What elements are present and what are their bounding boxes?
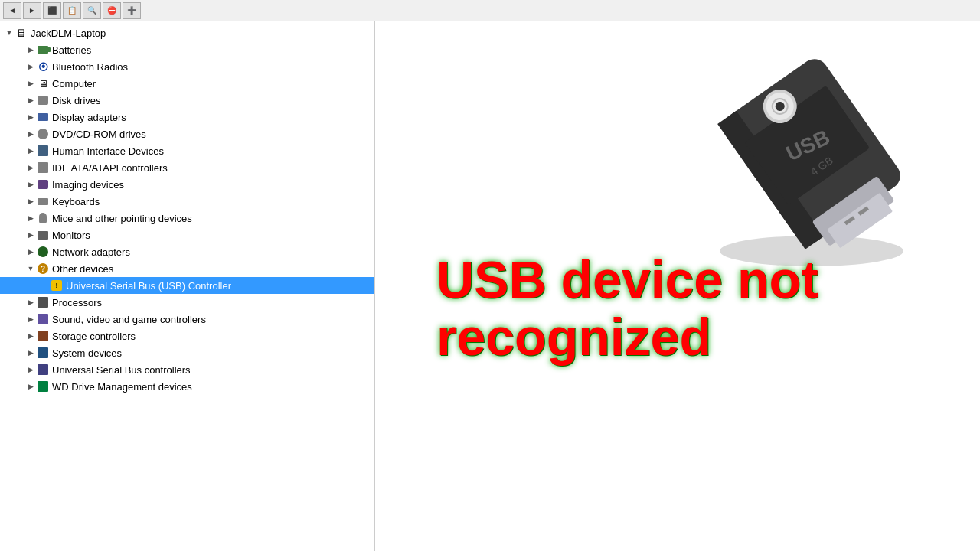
label-netadapters: Network adapters [52,246,130,258]
toolbar-btn-uninstall[interactable]: ➕ [122,2,141,19]
expander-wd[interactable]: ▶ [24,380,37,393]
label-usbctrl: Universal Serial Bus (USB) Controller [66,280,231,292]
toolbar-btn-scan[interactable]: 🔍 [83,2,101,19]
tree-item-computer[interactable]: ▶🖥Computer [0,75,374,92]
tree-item-displayadapters[interactable]: ▶Display adapters [0,109,374,126]
label-bluetooth: Bluetooth Radios [52,61,128,73]
expander-hid[interactable]: ▶ [24,145,37,157]
tree-item-netadapters[interactable]: ▶Network adapters [0,243,374,260]
usb-illustration: USB 4 GB [689,29,934,274]
label-sysdevices: System devices [52,347,122,359]
icon-sound [37,313,49,325]
expander-dvd[interactable]: ▶ [24,128,37,140]
expander-sound[interactable]: ▶ [24,313,37,325]
tree-item-diskdrives[interactable]: ▶Disk drives [0,92,374,109]
toolbar-btn-properties[interactable]: 📋 [63,2,81,19]
tree-item-other[interactable]: ▼?Other devices [0,260,374,277]
expander-usbcontrollers[interactable]: ▶ [24,364,37,376]
icon-displayadapters [37,111,49,123]
label-storage: Storage controllers [52,331,136,342]
icon-wd [37,380,49,393]
icon-imaging [37,178,49,191]
label-displayadapters: Display adapters [52,112,126,123]
label-mice: Mice and other pointing devices [52,213,192,224]
usb-error-message: USB device not recognized [436,251,965,366]
expander-storage[interactable]: ▶ [24,330,37,342]
tree-item-sysdevices[interactable]: ▶System devices [0,344,374,361]
tree-root[interactable]: ▼ 🖥 JackDLM-Laptop [0,24,374,41]
label-ide: IDE ATA/ATAPI controllers [52,162,168,174]
tree-item-wd[interactable]: ▶WD Drive Management devices [0,378,374,395]
tree-item-imaging[interactable]: ▶Imaging devices [0,176,374,193]
usb-error-line2: recognized [436,308,965,366]
expander-displayadapters[interactable]: ▶ [24,111,37,123]
tree-item-monitors[interactable]: ▶Monitors [0,227,374,243]
icon-other: ? [37,262,49,275]
label-sound: Sound, video and game controllers [52,314,206,325]
toolbar-btn-up[interactable]: ⬛ [43,2,61,19]
label-keyboards: Keyboards [52,196,100,207]
tree-item-storage[interactable]: ▶Storage controllers [0,328,374,344]
icon-hid [37,145,49,157]
icon-mice [37,212,49,224]
right-panel: USB 4 GB USB d [375,21,980,551]
expander-diskdrives[interactable]: ▶ [24,94,37,106]
expander-computer[interactable]: ▶ [24,77,37,90]
icon-diskdrives [37,94,49,106]
tree-item-sound[interactable]: ▶Sound, video and game controllers [0,311,374,328]
tree-item-batteries[interactable]: ▶Batteries [0,41,374,58]
icon-dvd [37,128,49,140]
label-hid: Human Interface Devices [52,145,164,157]
icon-usbcontrollers [37,364,49,376]
expander-sysdevices[interactable]: ▶ [24,347,37,359]
expander-mice[interactable]: ▶ [24,212,37,224]
icon-netadapters [37,246,49,258]
label-processors: Processors [52,297,102,308]
device-tree-panel: ▼ 🖥 JackDLM-Laptop ▶Batteries▶⦿Bluetooth… [0,21,375,551]
expander-keyboards[interactable]: ▶ [24,195,37,207]
icon-computer: 🖥 [37,77,49,90]
label-other: Other devices [52,263,113,275]
icon-keyboards [37,195,49,207]
expander-imaging[interactable]: ▶ [24,178,37,191]
toolbar-btn-forward[interactable]: ► [23,2,41,19]
usb-error-line1: USB device not [436,251,965,308]
tree-item-dvd[interactable]: ▶DVD/CD-ROM drives [0,126,374,142]
tree-item-keyboards[interactable]: ▶Keyboards [0,193,374,210]
tree-item-hid[interactable]: ▶Human Interface Devices [0,142,374,159]
icon-usbctrl: ! [51,279,63,292]
expander-processors[interactable]: ▶ [24,296,37,308]
tree-item-usbctrl[interactable]: !Universal Serial Bus (USB) Controller [0,277,374,294]
root-label: JackDLM-Laptop [31,28,106,39]
expander-batteries[interactable]: ▶ [24,44,37,56]
tree-item-usbcontrollers[interactable]: ▶Universal Serial Bus controllers [0,361,374,378]
label-monitors: Monitors [52,230,90,241]
label-dvd: DVD/CD-ROM drives [52,129,146,140]
tree-item-mice[interactable]: ▶Mice and other pointing devices [0,210,374,227]
icon-bluetooth: ⦿ [37,60,49,73]
tree-item-processors[interactable]: ▶Processors [0,294,374,311]
expander-ide[interactable]: ▶ [24,161,37,174]
icon-ide [37,161,49,174]
icon-processors [37,296,49,308]
icon-sysdevices [37,347,49,359]
toolbar: ◄ ► ⬛ 📋 🔍 ⛔ ➕ [0,0,980,21]
label-wd: WD Drive Management devices [52,381,192,393]
toolbar-btn-back[interactable]: ◄ [3,2,21,19]
root-expander[interactable]: ▼ [3,27,15,39]
expander-usbctrl[interactable] [38,279,51,292]
expander-monitors[interactable]: ▶ [24,229,37,241]
expander-bluetooth[interactable]: ▶ [24,60,37,73]
label-imaging: Imaging devices [52,179,124,191]
tree-items: ▶Batteries▶⦿Bluetooth Radios▶🖥Computer▶D… [0,41,374,395]
tree-item-ide[interactable]: ▶IDE ATA/ATAPI controllers [0,159,374,176]
expander-netadapters[interactable]: ▶ [24,246,37,258]
tree-item-bluetooth[interactable]: ▶⦿Bluetooth Radios [0,58,374,75]
icon-monitors [37,229,49,241]
root-icon: 🖥 [15,27,28,39]
icon-storage [37,330,49,342]
icon-batteries [37,44,49,56]
toolbar-btn-disable[interactable]: ⛔ [103,2,121,19]
expander-other[interactable]: ▼ [24,262,37,275]
label-batteries: Batteries [52,44,91,56]
